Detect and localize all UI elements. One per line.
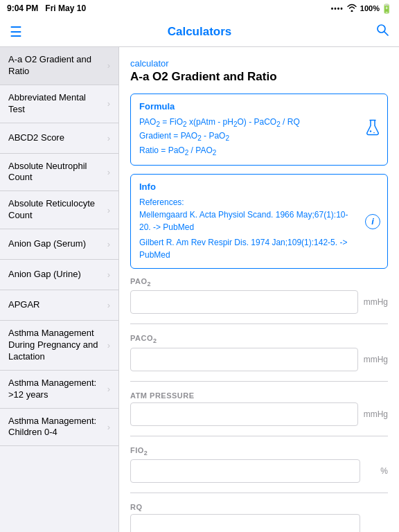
paco2-row: mmHg: [130, 348, 388, 371]
sidebar-item-anion-gap-urine[interactable]: Anion Gap (Urine) ›: [0, 260, 118, 290]
status-time: 9:04 PM: [7, 3, 38, 13]
svg-line-1: [384, 32, 388, 35]
svg-point-0: [378, 25, 385, 33]
battery-indicator: 100% 🔋: [360, 3, 392, 14]
rq-row: [130, 514, 388, 532]
chevron-icon: ›: [107, 340, 110, 351]
info-card: Info References: Mellemgaard K. Acta Phy…: [130, 174, 388, 269]
info-icon[interactable]: i: [365, 214, 380, 229]
divider-3: [130, 436, 388, 436]
formula-line3: Ratio = PaO2 / PAO2: [139, 144, 379, 158]
rq-input[interactable]: [130, 514, 360, 532]
menu-icon[interactable]: ☰: [10, 24, 22, 40]
sidebar-item-asthma-children[interactable]: Asthma Management: Children 0-4 ›: [0, 409, 118, 447]
content-title: A-a O2 Gradient and Ratio: [130, 70, 388, 84]
sidebar-item-absolute-reticulocyte[interactable]: Absolute Reticulocyte Count ›: [0, 191, 118, 229]
sidebar-item-apgar[interactable]: APGAR ›: [0, 290, 118, 321]
paco2-field-group: PACO2 mmHg: [130, 334, 388, 371]
chevron-icon: ›: [107, 384, 110, 394]
paco2-label: PACO2: [130, 334, 388, 344]
chevron-icon: ›: [107, 133, 110, 143]
sidebar-item-abcd2[interactable]: ABCD2 Score ›: [0, 123, 118, 154]
sidebar-item-label: Anion Gap (Serum): [8, 238, 105, 250]
atm-field-group: ATM PRESSURE mmHg: [130, 391, 388, 426]
formula-card-title: Formula: [139, 101, 379, 112]
chevron-icon: ›: [107, 205, 110, 215]
formula-card: Formula PAO2 = FiO2 x(pAtm - pH2O) - PaC…: [130, 94, 388, 166]
sidebar-item-label: Abbreviated Mental Test: [8, 92, 105, 116]
chevron-icon: ›: [107, 167, 110, 177]
sidebar-item-absolute-neutrophil[interactable]: Absolute Neutrophil Count ›: [0, 154, 118, 192]
pao2-label: PAO2: [130, 277, 388, 287]
search-icon[interactable]: [375, 23, 389, 40]
paco2-unit: mmHg: [364, 355, 388, 364]
fio2-label: FIO2: [130, 446, 388, 456]
sidebar-item-label: ABCD2 Score: [8, 132, 105, 144]
fio2-unit: %: [366, 466, 388, 476]
sidebar-item-aa-gradient[interactable]: A-a O2 Gradient and Ratio ›: [0, 47, 118, 85]
chevron-icon: ›: [107, 239, 110, 249]
sidebar-item-abbreviated-mental[interactable]: Abbreviated Mental Test ›: [0, 85, 118, 123]
divider-4: [130, 493, 388, 493]
atm-unit: mmHg: [364, 409, 388, 419]
sidebar-item-label: Asthma Management: Children 0-4: [8, 416, 105, 439]
status-bar: 9:04 PM Fri May 10 •••• 100% 🔋: [0, 0, 399, 17]
info-card-title: Info: [139, 181, 379, 192]
atm-pressure-input[interactable]: [130, 402, 358, 426]
pao2-row: mmHg: [130, 290, 388, 314]
rq-field-group: RQ: [130, 503, 388, 532]
chevron-icon: ›: [107, 300, 110, 310]
chevron-icon: ›: [107, 269, 110, 280]
chevron-icon: ›: [107, 98, 110, 109]
svg-point-2: [370, 130, 371, 132]
nav-bar: ☰ Calculators: [0, 17, 399, 47]
chevron-icon: ›: [107, 60, 110, 71]
divider-2: [130, 381, 388, 382]
fio2-row: %: [130, 459, 388, 483]
divider-1: [130, 323, 388, 324]
main-layout: A-a O2 Gradient and Ratio › Abbreviated …: [0, 47, 399, 532]
pao2-field-group: PAO2 mmHg: [130, 277, 388, 314]
sidebar-item-label: A-a O2 Gradient and Ratio: [8, 54, 105, 78]
formula-line1: PAO2 = FiO2 x(pAtm - pH2O) - PaCO2 / RQ: [139, 116, 379, 130]
sidebar: A-a O2 Gradient and Ratio › Abbreviated …: [0, 47, 119, 532]
atm-row: mmHg: [130, 402, 388, 426]
sidebar-item-label: Asthma Management: >12 years: [8, 378, 105, 401]
sidebar-item-label: Asthma Management During Pregnancy and L…: [8, 328, 105, 363]
rq-label: RQ: [130, 503, 388, 511]
info-card-body: References: Mellemgaard K. Acta Physiol …: [139, 196, 379, 261]
reference-1: Mellemgaard K. Acta Physiol Scand. 1966 …: [139, 209, 354, 233]
battery-icon: 🔋: [381, 3, 392, 14]
chevron-icon: ›: [107, 422, 110, 432]
sidebar-item-anion-gap-serum[interactable]: Anion Gap (Serum) ›: [0, 229, 118, 260]
formula-card-body: PAO2 = FiO2 x(pAtm - pH2O) - PaCO2 / RQ …: [139, 116, 379, 158]
references-label: References:: [139, 196, 354, 209]
nav-title: Calculators: [168, 25, 232, 39]
signal-icon: ••••: [331, 5, 344, 12]
sidebar-item-asthma-12plus[interactable]: Asthma Management: >12 years ›: [0, 371, 118, 409]
sidebar-item-label: Absolute Neutrophil Count: [8, 161, 105, 184]
formula-line2: Gradient = PAO2 - PaO2: [139, 130, 379, 143]
sidebar-item-asthma-pregnancy[interactable]: Asthma Management During Pregnancy and L…: [0, 321, 118, 371]
fio2-input[interactable]: [130, 459, 360, 483]
flask-icon: [365, 119, 380, 141]
wifi-icon: [346, 3, 357, 13]
fio2-field-group: FIO2 %: [130, 446, 388, 483]
paco2-input[interactable]: [130, 348, 358, 371]
pao2-input[interactable]: [130, 290, 358, 314]
sidebar-item-label: Anion Gap (Urine): [8, 269, 105, 281]
status-date: Fri May 10: [45, 3, 86, 13]
content-subtitle: calculator: [130, 58, 388, 69]
sidebar-item-label: APGAR: [8, 299, 105, 311]
content-area: calculator A-a O2 Gradient and Ratio For…: [119, 47, 399, 532]
svg-point-3: [373, 132, 375, 134]
reference-2: Gilbert R. Am Rev Respir Dis. 1974 Jan;1…: [139, 236, 354, 261]
sidebar-item-label: Absolute Reticulocyte Count: [8, 198, 105, 222]
pao2-unit: mmHg: [364, 297, 388, 307]
atm-label: ATM PRESSURE: [130, 391, 388, 400]
